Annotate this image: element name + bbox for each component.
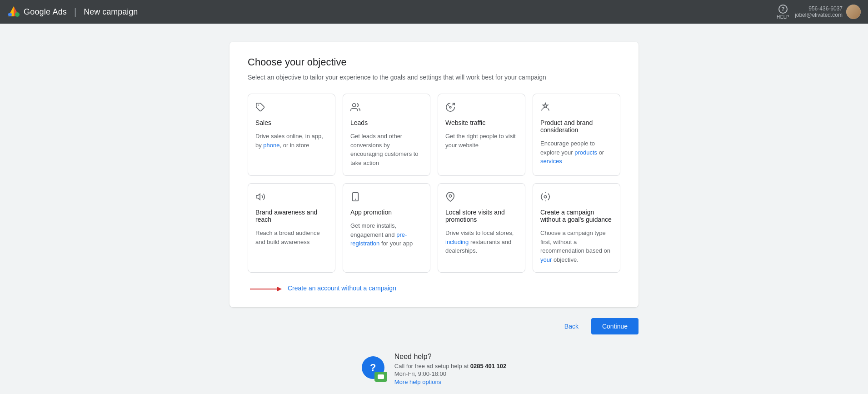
help-hours: Mon-Fri, 9:00-18:00 [394,370,506,377]
account-email: jobel@elivated.com [795,12,843,18]
bottom-actions: Back Continue [229,318,639,334]
header-left: Google Ads | New campaign [7,5,138,18]
avatar[interactable] [846,5,861,19]
objective-leads[interactable]: Leads Get leads and other conversions by… [343,94,430,176]
local-store-title: Local store visits and promotions [445,209,518,223]
objective-sales[interactable]: Sales Drive sales online, in app, by pho… [248,94,335,176]
account-info: 956-436-6037 jobel@elivated.com [795,5,861,19]
svg-point-12 [544,195,547,198]
brand-awareness-icon [255,192,328,203]
help-title: Need help? [394,353,506,361]
leads-desc: Get leads and other conversions by encou… [350,132,423,167]
svg-point-2 [15,12,20,17]
campaign-card: Choose your objective Select an objectiv… [229,42,639,307]
leads-icon [350,102,423,114]
help-bubble-icon: ? [362,356,387,382]
account-phone: 956-436-6037 [795,5,843,12]
google-ads-logo-text: Google Ads [24,7,67,17]
objective-brand-awareness[interactable]: Brand awareness and reach Reach a broad … [248,183,335,273]
website-traffic-icon [445,102,518,114]
create-account-link[interactable]: Create an account without a campaign [288,284,396,292]
svg-marker-14 [277,287,282,291]
objective-product-brand[interactable]: Product and brand consideration Encourag… [533,94,620,176]
help-line1: Call for free ad setup help at [394,363,470,369]
brand-awareness-desc: Reach a broad audience and build awarene… [255,229,328,246]
page-title: New campaign [84,7,138,17]
help-call-line: Call for free ad setup help at 0285 401 … [394,363,506,369]
card-subtitle: Select an objective to tailor your exper… [248,74,620,81]
app-promotion-icon [350,192,423,203]
continue-button[interactable]: Continue [591,318,639,334]
product-brand-title: Product and brand consideration [540,119,613,134]
help-section: ? Need help? Call for free ad setup help… [362,353,506,385]
no-goal-icon [540,192,613,203]
google-ads-logo: Google Ads [7,5,67,18]
google-ads-logo-icon [7,5,20,18]
help-icon: ? [778,5,788,14]
chat-bubble [374,372,387,382]
local-store-desc: Drive visits to local stores, including … [445,229,518,255]
svg-point-6 [449,106,451,108]
svg-point-11 [449,195,452,197]
card-title: Choose your objective [248,56,620,68]
objective-local-store[interactable]: Local store visits and promotions Drive … [438,183,525,273]
sales-title: Sales [255,119,328,126]
red-arrow-indicator [248,284,284,293]
website-traffic-desc: Get the right people to visit your websi… [445,132,518,150]
svg-marker-7 [256,194,260,200]
help-text-block: Need help? Call for free ad setup help a… [394,353,506,385]
sales-icon [255,102,328,114]
website-traffic-title: Website traffic [445,119,518,126]
objective-app-promotion[interactable]: App promotion Get more installs, engagem… [343,183,430,273]
app-promotion-title: App promotion [350,209,423,216]
product-brand-desc: Encourage people to explore your product… [540,139,613,166]
sales-desc: Drive sales online, in app, by phone, or… [255,132,328,150]
no-goal-title: Create a campaign without a goal's guida… [540,209,613,223]
local-store-icon [445,192,518,203]
help-button[interactable]: ? HELP [777,5,789,20]
objective-website-traffic[interactable]: Website traffic Get the right people to … [438,94,525,176]
leads-title: Leads [350,119,423,126]
main-content: Choose your objective Select an objectiv… [0,24,868,394]
account-details: 956-436-6037 jobel@elivated.com [795,5,843,18]
avatar-image [846,5,861,19]
help-label: HELP [777,15,789,20]
more-help-link[interactable]: More help options [394,379,441,385]
header-divider: | [74,7,76,17]
app-promotion-desc: Get more installs, engagement and pre-re… [350,221,423,248]
back-button[interactable]: Back [557,319,586,334]
no-goal-desc: Choose a campaign type first, without a … [540,229,613,264]
top-header: Google Ads | New campaign ? HELP 956-436… [0,0,868,24]
product-brand-icon [540,102,613,114]
objective-no-goal[interactable]: Create a campaign without a goal's guida… [533,183,620,273]
svg-point-3 [8,13,12,16]
header-right: ? HELP 956-436-6037 jobel@elivated.com [777,5,861,20]
objectives-grid: Sales Drive sales online, in app, by pho… [248,94,620,273]
brand-awareness-title: Brand awareness and reach [255,209,328,223]
svg-point-5 [353,104,356,107]
help-phone: 0285 401 102 [470,363,507,369]
